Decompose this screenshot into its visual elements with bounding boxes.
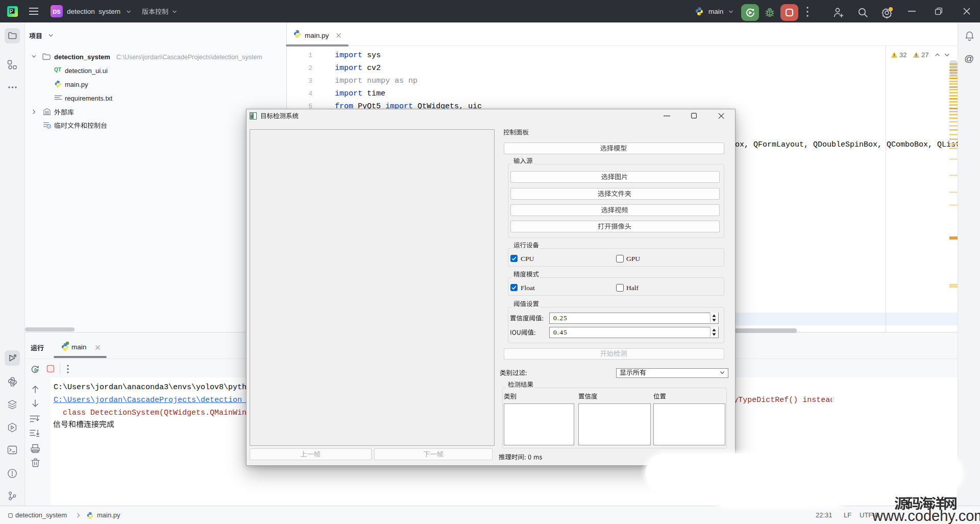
svg-text:DS: DS xyxy=(53,9,60,15)
